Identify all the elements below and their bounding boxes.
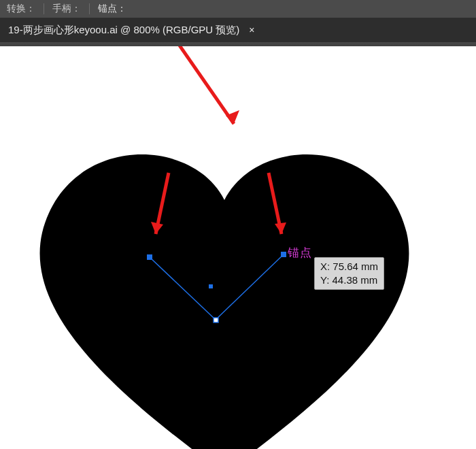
app-root: 转换： 手柄： 锚点： 19-两步画心形keyoou.ai @ 800% (RG…	[0, 0, 476, 449]
options-bar: 转换： 手柄： 锚点：	[0, 0, 476, 18]
canvas-area[interactable]: 锚点 X: 75.64 mm Y: 44.38 mm	[0, 46, 476, 449]
options-label-anchor: 锚点：	[98, 3, 126, 15]
coord-x-label: X:	[320, 261, 330, 272]
coord-y-label: Y:	[320, 274, 329, 286]
svg-marker-1	[226, 110, 239, 124]
coord-y-row: Y: 44.38 mm	[320, 273, 378, 287]
coordinates-tooltip: X: 75.64 mm Y: 44.38 mm	[314, 257, 384, 290]
document-tab[interactable]: 19-两步画心形keyoou.ai @ 800% (RGB/GPU 预览) ×	[4, 18, 265, 42]
coord-x-row: X: 75.64 mm	[320, 260, 378, 273]
coord-x-value: 75.64 mm	[333, 261, 378, 272]
annotation-arrow-toolbar	[149, 46, 239, 124]
anchor-label: 锚点	[288, 245, 312, 261]
divider	[89, 3, 90, 14]
svg-line-0	[149, 46, 234, 124]
options-label-handles: 手柄：	[52, 3, 81, 15]
coord-y-value: 44.38 mm	[333, 274, 378, 286]
heart-shape	[30, 151, 419, 449]
close-icon[interactable]: ×	[246, 24, 257, 35]
document-tabs-bar: 19-两步画心形keyoou.ai @ 800% (RGB/GPU 预览) ×	[0, 18, 476, 42]
heart-svg	[30, 151, 419, 449]
document-tab-title: 19-两步画心形keyoou.ai @ 800% (RGB/GPU 预览)	[8, 24, 239, 37]
options-label-convert: 转换：	[7, 3, 35, 15]
divider	[44, 3, 44, 14]
